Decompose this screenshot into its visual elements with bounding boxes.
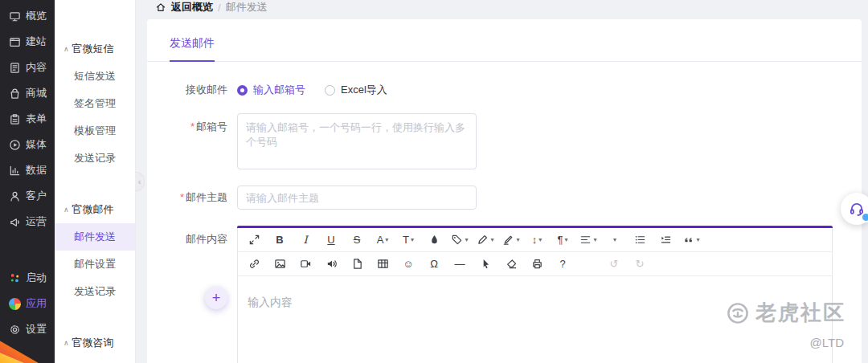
data-icon <box>9 165 21 177</box>
help-icon: ? <box>559 259 565 269</box>
sidebar-item-launch[interactable]: 启动 <box>0 265 55 291</box>
editor-link-button[interactable] <box>241 252 267 275</box>
editor-omega-button[interactable]: Ω <box>421 252 447 275</box>
editor-help-button[interactable]: ? <box>550 252 575 275</box>
file-icon <box>351 258 363 270</box>
sidebar-item-apps[interactable]: 应用 <box>0 291 55 316</box>
editor-fullscreen-button[interactable] <box>241 228 267 251</box>
sidebar-item-settings[interactable]: 设置 <box>0 316 55 342</box>
apps-icon <box>9 298 21 310</box>
submenu-item[interactable]: 发送记录 <box>55 278 135 305</box>
tab-send-email[interactable]: 发送邮件 <box>170 36 215 62</box>
editor-placeholder: 输入内容 <box>248 296 293 308</box>
caret-down-icon: ▾ <box>385 236 388 243</box>
submenu-item[interactable]: 模板管理 <box>55 117 135 145</box>
submenu-group-sms: ∧官微短信短信发送签名管理模板管理发送记录 <box>55 35 135 172</box>
editor-audio-button[interactable] <box>318 252 344 275</box>
breadcrumb-back-link[interactable]: 返回概览 <box>171 0 213 14</box>
editor-emoji-button[interactable]: ☺ <box>395 252 421 275</box>
overview-icon <box>9 10 21 22</box>
editor-align-more-button[interactable]: ▾ <box>601 228 627 251</box>
sidebar-item-content[interactable]: 内容 <box>0 55 55 80</box>
email-row: *邮箱号 <box>147 113 862 169</box>
submenu-group-header-sms[interactable]: ∧官微短信 <box>55 35 135 63</box>
sidebar-item-form[interactable]: 表单 <box>0 106 55 132</box>
sidebar-item-label: 媒体 <box>26 137 47 152</box>
editor-strikethrough-button[interactable]: S <box>344 228 370 251</box>
submenu-item[interactable]: 邮件设置 <box>55 251 135 278</box>
submenu-group-header-email[interactable]: ∧官微邮件 <box>55 196 135 223</box>
editor-indent-button[interactable] <box>653 228 678 251</box>
editor-line-height-button[interactable]: ↕▾ <box>524 228 550 251</box>
caret-down-icon: ▾ <box>564 236 567 243</box>
sidebar-item-customer[interactable]: 客户 <box>0 183 55 209</box>
editor-horizontal-rule-button[interactable]: — <box>447 252 473 275</box>
audio-icon <box>326 258 338 270</box>
sidebar-item-site[interactable]: 建站 <box>0 29 55 55</box>
main-area: 返回概览 / 邮件发送 发送邮件 接收邮件 输入邮箱号Excel导入 *邮箱号 … <box>135 0 868 363</box>
editor-bold-button[interactable]: B <box>267 228 293 251</box>
editor-content[interactable]: 输入内容 <box>238 276 832 363</box>
sidebar-item-label: 商城 <box>26 86 47 100</box>
add-block-button[interactable]: + <box>205 287 227 309</box>
form-icon <box>9 113 21 125</box>
omega-icon: Ω <box>430 259 438 269</box>
sidebar-item-operation[interactable]: 运营 <box>0 209 55 235</box>
editor-table-button[interactable] <box>370 252 395 275</box>
editor-format-tag-button[interactable]: ▾ <box>447 228 473 251</box>
align-icon <box>579 234 592 246</box>
editor-code-button[interactable] <box>575 252 601 275</box>
radio-group: 输入邮箱号Excel导入 <box>237 83 387 97</box>
submenu-groups: ∧官微短信短信发送签名管理模板管理发送记录∧官微邮件邮件发送邮件设置发送记录∧官… <box>55 35 135 363</box>
radio-excel-import[interactable]: Excel导入 <box>325 83 387 97</box>
subject-input[interactable] <box>237 186 477 210</box>
editor-quote-button[interactable]: ▾ <box>678 228 704 251</box>
editor-pen-button[interactable]: ▾ <box>473 228 498 251</box>
font-color-icon: A <box>377 235 384 245</box>
sidebar-item-label: 启动 <box>26 271 47 285</box>
editor-font-color-button[interactable]: A▾ <box>370 228 395 251</box>
sidebar-item-overview[interactable]: 概览 <box>0 3 55 29</box>
undo-icon: ↺ <box>610 259 619 269</box>
primary-sidebar: 概览建站内容商城表单媒体数据客户运营 启动应用设置 <box>0 0 55 363</box>
submenu-item[interactable]: 短信发送 <box>55 63 135 90</box>
cursor-icon <box>480 258 492 270</box>
editor-background-color-button[interactable] <box>421 228 447 251</box>
editor-highlight-button[interactable]: ▾ <box>498 228 524 251</box>
email-input[interactable] <box>237 113 477 169</box>
submenu-item[interactable]: 邮件发送 <box>55 223 135 251</box>
editor-font-size-button[interactable]: T▾ <box>395 228 421 251</box>
editor-list-button[interactable] <box>627 228 653 251</box>
media-icon <box>9 139 21 151</box>
list-icon <box>634 234 646 246</box>
sidebar-item-media[interactable]: 媒体 <box>0 132 55 157</box>
editor-image-button[interactable] <box>267 252 293 275</box>
editor-file-button[interactable] <box>344 252 370 275</box>
submenu-item[interactable]: 发送记录 <box>55 145 135 172</box>
fullscreen-icon <box>248 234 260 246</box>
eraser-icon <box>506 258 518 270</box>
editor-video-button[interactable] <box>293 252 318 275</box>
editor-redo-button[interactable]: ↻ <box>627 252 653 275</box>
rich-text-editor: BIUSA▾T▾▾▾▾↕▾¶▾▾▾▾ ☺Ω—?↺↻ 输入内容 <box>237 226 833 363</box>
editor-cursor-button[interactable] <box>473 252 498 275</box>
editor-paragraph-button[interactable]: ¶▾ <box>550 228 575 251</box>
submenu-item[interactable]: 咨询管理 <box>55 357 135 363</box>
italic-icon: I <box>303 235 307 245</box>
recipient-row: 接收邮件 输入邮箱号Excel导入 <box>147 83 862 97</box>
caret-down-icon: ▾ <box>593 236 596 243</box>
submenu-group-header-consult[interactable]: ∧官微咨询 <box>55 329 135 357</box>
editor-align-button[interactable]: ▾ <box>575 228 601 251</box>
sidebar-item-mall[interactable]: 商城 <box>0 80 55 106</box>
radio-input-email[interactable]: 输入邮箱号 <box>237 83 305 97</box>
editor-italic-button[interactable]: I <box>293 228 318 251</box>
editor-undo-button[interactable]: ↺ <box>601 252 627 275</box>
editor-print-button[interactable] <box>524 252 550 275</box>
group-caret-icon: ∧ <box>63 45 69 53</box>
editor-underline-button[interactable]: U <box>318 228 344 251</box>
editor-eraser-button[interactable] <box>498 252 524 275</box>
customer-service-button[interactable] <box>841 193 868 225</box>
sidebar-item-data[interactable]: 数据 <box>0 157 55 183</box>
required-marker: * <box>190 120 194 133</box>
submenu-item[interactable]: 签名管理 <box>55 90 135 117</box>
